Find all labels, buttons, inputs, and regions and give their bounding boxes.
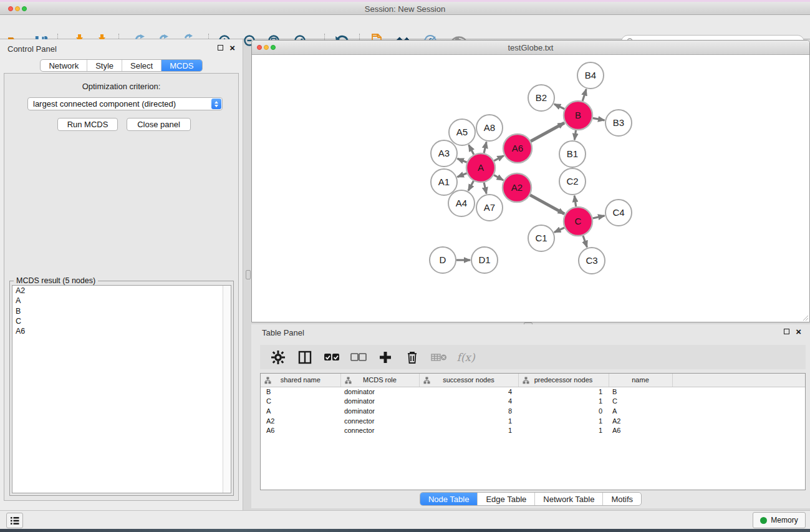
edge-c-c2[interactable]: [574, 196, 576, 206]
float-window-icon[interactable]: [218, 45, 223, 51]
result-item-a[interactable]: A: [12, 296, 231, 306]
control-panel-title: Control Panel: [7, 44, 57, 54]
node-b2[interactable]: B2: [528, 85, 554, 111]
column-header-mcds-role[interactable]: MCDS role: [340, 374, 419, 387]
svg-text:B: B: [575, 110, 581, 120]
optimization-criterion-label: Optimization criterion:: [4, 82, 238, 91]
result-item-c[interactable]: C: [12, 316, 231, 326]
float-window-icon[interactable]: [784, 329, 789, 334]
tab-style[interactable]: Style: [87, 60, 122, 71]
node-a[interactable]: A: [466, 153, 495, 182]
close-panel-icon[interactable]: ×: [796, 329, 801, 334]
table-row-b[interactable]: Bdominator41B: [261, 387, 806, 397]
edge-a-a3[interactable]: [457, 158, 466, 162]
tab-mcds[interactable]: MCDS: [162, 60, 201, 71]
edge-c-c1[interactable]: [554, 228, 564, 232]
tab-node-table[interactable]: Node Table: [420, 493, 478, 505]
svg-text:D: D: [440, 254, 446, 265]
tab-network[interactable]: Network: [41, 60, 87, 71]
node-a1[interactable]: A1: [431, 169, 457, 195]
run-mcds-button[interactable]: Run MCDS: [57, 118, 118, 131]
edge-c-c3[interactable]: [583, 236, 587, 248]
result-list-scrollbar[interactable]: [223, 286, 231, 493]
edge-a6-b[interactable]: [531, 123, 564, 142]
node-c3[interactable]: C3: [579, 248, 605, 274]
close-panel-button[interactable]: Close panel: [127, 118, 191, 131]
edge-a-a2[interactable]: [494, 175, 503, 180]
table-row-c[interactable]: Cdominator41C: [261, 397, 806, 407]
criterion-value: largest connected component (directed): [33, 99, 176, 109]
node-a8[interactable]: A8: [476, 115, 503, 141]
settings-gear-icon[interactable]: [270, 349, 286, 365]
tab-edge-table[interactable]: Edge Table: [478, 493, 535, 505]
result-item-a2[interactable]: A2: [12, 286, 231, 296]
svg-text:A: A: [478, 162, 484, 173]
resize-grip-icon[interactable]: [802, 314, 808, 321]
edge-a-a6[interactable]: [494, 156, 504, 161]
delete-table-icon: [431, 349, 447, 365]
tab-select[interactable]: Select: [122, 60, 162, 71]
result-item-b[interactable]: B: [12, 306, 231, 316]
select-all-checkboxes-icon[interactable]: [324, 349, 340, 365]
tab-motifs[interactable]: Motifs: [603, 493, 641, 505]
control-panel-window-buttons: ×: [218, 45, 235, 51]
node-a3[interactable]: A3: [431, 140, 457, 167]
memory-button[interactable]: Memory: [753, 512, 806, 528]
node-d[interactable]: D: [430, 247, 456, 273]
node-c1[interactable]: C1: [528, 225, 554, 251]
column-header-shared-name[interactable]: shared name: [261, 374, 340, 387]
node-c4[interactable]: C4: [605, 200, 632, 226]
tab-network-table[interactable]: Network Table: [535, 493, 603, 505]
edge-a-a4[interactable]: [468, 181, 474, 191]
edge-a-a8[interactable]: [484, 142, 486, 153]
column-header-predecessor-nodes[interactable]: predecessor nodes: [518, 374, 609, 387]
add-column-icon[interactable]: [377, 349, 393, 365]
result-item-a6[interactable]: A6: [12, 326, 231, 336]
edge-b-b3[interactable]: [593, 118, 605, 120]
column-header-successor-nodes[interactable]: successor nodes: [419, 374, 518, 387]
svg-text:B3: B3: [613, 117, 624, 128]
edge-b-b4[interactable]: [582, 89, 586, 101]
mcds-result-group: MCDS result (5 nodes) A2ABCA6: [9, 281, 234, 496]
svg-text:A1: A1: [438, 177, 450, 187]
node-a7[interactable]: A7: [476, 195, 503, 221]
node-b3[interactable]: B3: [605, 110, 632, 136]
status-bar: Memory: [0, 510, 810, 529]
network-window-titlebar[interactable]: testGlobe.txt: [252, 41, 809, 55]
node-d1[interactable]: D1: [471, 247, 498, 273]
node-a2[interactable]: A2: [503, 173, 531, 202]
table-header[interactable]: shared nameMCDS rolesuccessor nodesprede…: [261, 374, 806, 387]
deselect-all-checkboxes-icon[interactable]: [350, 349, 367, 365]
node-a6[interactable]: A6: [503, 134, 532, 163]
edge-a-a5[interactable]: [469, 145, 474, 154]
table-row-a2[interactable]: A2connector11A2: [261, 416, 806, 426]
column-view-icon[interactable]: [297, 349, 313, 365]
edge-b-b1[interactable]: [574, 130, 576, 140]
svg-text:C4: C4: [612, 207, 624, 218]
vertical-divider-handle[interactable]: [246, 270, 251, 279]
delete-column-icon[interactable]: [404, 349, 420, 365]
table-row-a6[interactable]: A6connector11A6: [261, 425, 806, 435]
svg-text:C2: C2: [566, 176, 578, 186]
task-history-button[interactable]: [6, 513, 23, 528]
edge-c-c4[interactable]: [592, 216, 604, 218]
node-c[interactable]: C: [564, 207, 592, 236]
column-header-name[interactable]: name: [609, 374, 672, 387]
table-row-a[interactable]: Adominator80A: [261, 406, 806, 416]
task-list-icon: [10, 516, 19, 525]
node-c2[interactable]: C2: [559, 168, 586, 195]
node-b1[interactable]: B1: [559, 141, 586, 167]
edge-a-a7[interactable]: [484, 182, 486, 193]
node-b4[interactable]: B4: [577, 62, 604, 89]
close-panel-icon[interactable]: ×: [229, 45, 235, 51]
node-b[interactable]: B: [564, 101, 592, 130]
mcds-result-list[interactable]: A2ABCA6: [12, 285, 231, 493]
criterion-dropdown[interactable]: largest connected component (directed): [27, 97, 223, 110]
edge-a2-c[interactable]: [530, 195, 564, 214]
node-a5[interactable]: A5: [449, 119, 475, 145]
network-canvas[interactable]: AA1A2A3A4A5A6A7A8BB1B2B3B4CC1C2C3C4DD1: [252, 55, 809, 322]
edge-a-a1[interactable]: [457, 173, 466, 177]
edge-b-b2[interactable]: [554, 104, 565, 109]
dropdown-stepper-icon: [211, 99, 221, 109]
node-a4[interactable]: A4: [448, 190, 475, 216]
